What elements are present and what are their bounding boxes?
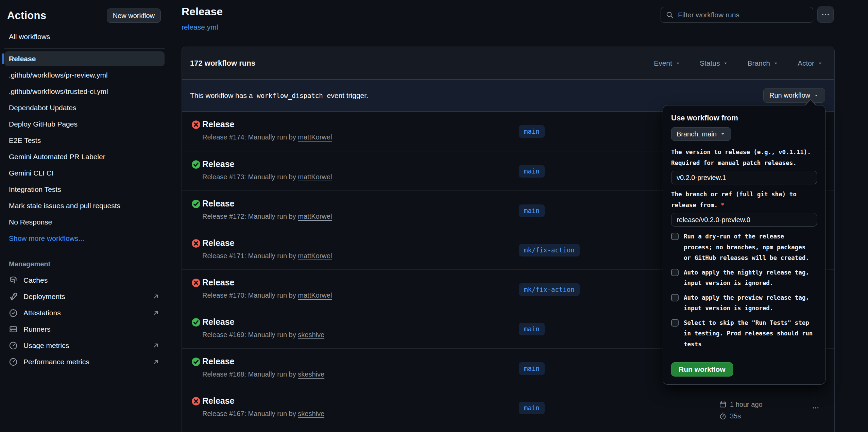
runs-card-header: 172 workflow runs Event Status Branch Ac…: [182, 47, 834, 79]
branch-chip[interactable]: mk/fix-action: [519, 244, 580, 256]
sidebar-workflow-item[interactable]: Gemini CLI CI: [4, 166, 165, 181]
page-options-kebab-button[interactable]: [817, 6, 834, 23]
run-description: Release #167: Manually run by skeshive: [202, 410, 324, 418]
search-icon: [666, 11, 674, 19]
checkbox[interactable]: [671, 319, 679, 327]
chevron-down-icon: [814, 93, 819, 98]
run-description: Release #170: Manually run by mattKorwel: [202, 292, 332, 299]
sidebar-item-all-workflows[interactable]: All workflows: [0, 30, 169, 44]
sidebar-workflow-item[interactable]: No Response: [4, 215, 165, 230]
dialog-checkbox-list: Run a dry-run of the release process; no…: [671, 231, 817, 350]
sidebar-workflow-item[interactable]: E2E Tests: [4, 133, 165, 148]
chevron-down-icon: [817, 61, 823, 66]
sidebar-management-item[interactable]: Performance metrics: [4, 354, 165, 370]
management-list: Caches Deployments Attestations Runners …: [0, 269, 169, 370]
run-title-link[interactable]: Release: [202, 159, 235, 169]
sidebar-workflow-item[interactable]: Deploy GitHub Pages: [4, 117, 165, 132]
show-more-workflows-link[interactable]: Show more workflows...: [4, 231, 165, 246]
stopwatch-icon: [719, 412, 727, 420]
new-workflow-button[interactable]: New workflow: [107, 9, 161, 23]
sidebar-management-item[interactable]: Runners: [4, 321, 165, 337]
actor-link[interactable]: skeshive: [298, 410, 324, 417]
runs-filter-dropdown[interactable]: Actor: [798, 59, 823, 67]
panel-caret: [805, 100, 816, 105]
branch-chip[interactable]: main: [519, 323, 545, 335]
filter-workflow-runs-input[interactable]: [678, 11, 808, 19]
run-description: Release #168: Manually run by skeshive: [202, 370, 324, 378]
verified-icon: [9, 309, 18, 317]
actor-link[interactable]: mattKorwel: [298, 252, 332, 260]
filter-workflow-runs-box[interactable]: [661, 7, 813, 23]
sidebar-workflow-item[interactable]: Integration Tests: [4, 182, 165, 197]
actor-link[interactable]: mattKorwel: [298, 292, 332, 299]
branch-chip[interactable]: main: [519, 362, 545, 375]
ref-help-text: The branch or ref (full git sha) to rele…: [671, 189, 817, 211]
dialog-checkbox-row[interactable]: Run a dry-run of the release process; no…: [671, 231, 817, 264]
run-title-link[interactable]: Release: [202, 119, 235, 129]
run-description: Release #172: Manually run by mattKorwel: [202, 213, 332, 220]
dialog-checkbox-row[interactable]: Select to skip the "Run Tests" step in t…: [671, 318, 817, 350]
run-title-link[interactable]: Release: [202, 356, 235, 366]
run-title-link[interactable]: Release: [202, 317, 235, 327]
run-title-link[interactable]: Release: [202, 238, 235, 248]
sidebar-workflow-item[interactable]: .github/workflows/pr-review.yml: [4, 68, 165, 83]
runs-filter-dropdown[interactable]: Branch: [747, 59, 779, 67]
chevron-down-icon: [720, 131, 726, 137]
failure-status-icon: [191, 278, 201, 287]
run-description: Release #171: Manually run by mattKorwel: [202, 252, 332, 260]
run-title-link[interactable]: Release: [202, 199, 235, 209]
run-workflow-panel: Use workflow from Branch: main The versi…: [663, 105, 826, 385]
success-status-icon: [191, 199, 201, 209]
branch-selector-button[interactable]: Branch: main: [671, 127, 731, 141]
sidebar-management-item[interactable]: Caches: [4, 272, 165, 288]
branch-chip[interactable]: main: [519, 125, 545, 138]
branch-chip[interactable]: main: [519, 204, 545, 217]
sidebar-workflow-item[interactable]: Release: [4, 51, 165, 66]
actions-sidebar: Actions New workflow All workflows Relea…: [0, 0, 169, 432]
active-indicator: [2, 53, 4, 64]
runs-count: 172 workflow runs: [190, 59, 255, 68]
version-help-text: The version to release (e.g., v0.1.11). …: [671, 147, 817, 168]
management-label: Management: [0, 259, 169, 269]
branch-chip[interactable]: main: [519, 165, 545, 178]
sidebar-divider: [4, 251, 165, 251]
checkbox[interactable]: [671, 233, 679, 240]
run-workflow-submit-button[interactable]: Run workflow: [671, 362, 733, 377]
sidebar-workflow-item[interactable]: Gemini Automated PR Labeler: [4, 149, 165, 164]
run-options-kebab-button[interactable]: [811, 404, 821, 411]
dialog-checkbox-row[interactable]: Auto apply the nightly release tag, inpu…: [671, 267, 817, 289]
meter-icon: [9, 341, 18, 350]
sidebar-management-item[interactable]: Usage metrics: [4, 337, 165, 354]
workflow-run-row[interactable]: Release Release #167: Manually run by sk…: [182, 388, 834, 427]
sidebar-management-item[interactable]: Attestations: [4, 305, 165, 321]
actor-link[interactable]: mattKorwel: [298, 213, 332, 220]
use-workflow-from-label: Use workflow from: [671, 114, 817, 122]
actor-link[interactable]: mattKorwel: [298, 173, 332, 181]
workflow-dispatch-code: workflow_dispatch: [255, 92, 325, 99]
actor-link[interactable]: skeshive: [298, 331, 324, 338]
dialog-checkbox-row[interactable]: Auto apply the preview release tag, inpu…: [671, 293, 817, 314]
checkbox[interactable]: [671, 294, 679, 301]
branch-chip[interactable]: main: [519, 402, 545, 414]
runs-filter-dropdown[interactable]: Event: [654, 59, 681, 67]
actor-link[interactable]: skeshive: [298, 370, 324, 378]
run-title-link[interactable]: Release: [202, 396, 235, 406]
cache-icon: [9, 276, 18, 285]
run-description: Release #173: Manually run by mattKorwel: [202, 173, 332, 181]
sidebar-workflow-item[interactable]: Dependabot Updates: [4, 100, 165, 115]
workflow-file-link[interactable]: release.yml: [182, 23, 218, 31]
failure-status-icon: [191, 120, 201, 129]
ref-input[interactable]: [671, 213, 817, 227]
actor-link[interactable]: mattKorwel: [298, 133, 332, 141]
checkbox[interactable]: [671, 269, 679, 276]
sidebar-workflow-item[interactable]: Mark stale issues and pull requests: [4, 198, 165, 213]
chevron-down-icon: [723, 61, 728, 66]
runs-filter-dropdown[interactable]: Status: [700, 59, 729, 67]
run-title-link[interactable]: Release: [202, 278, 235, 287]
version-input[interactable]: [671, 171, 817, 184]
sidebar-workflow-item[interactable]: .github/workflows/trusted-ci.yml: [4, 84, 165, 99]
sidebar-management-item[interactable]: Deployments: [4, 288, 165, 305]
sidebar-title: Actions: [7, 10, 46, 22]
branch-chip[interactable]: mk/fix-action: [519, 283, 580, 296]
run-description: Release #169: Manually run by skeshive: [202, 331, 324, 339]
